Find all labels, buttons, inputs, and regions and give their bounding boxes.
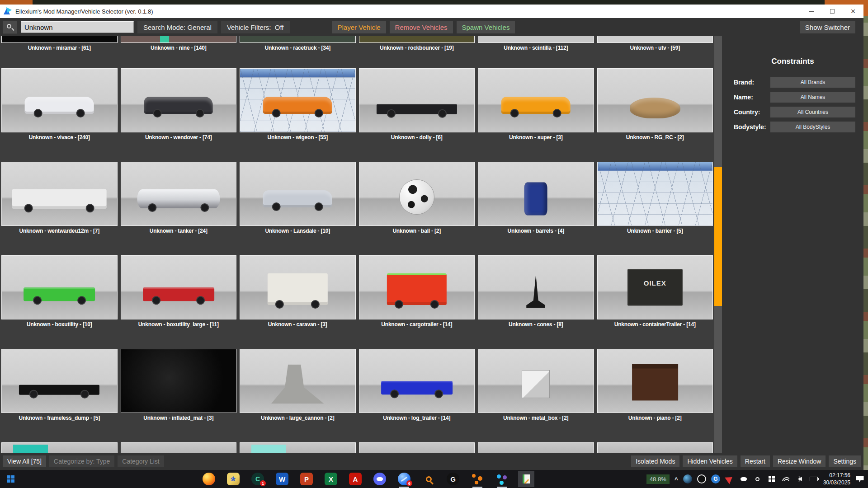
vehicle-card[interactable]: Unknown - barrier - [5] — [597, 162, 713, 235]
vehicle-card[interactable]: Unknown - scintilla - [112] — [478, 36, 594, 52]
discord-icon[interactable] — [373, 473, 386, 485]
battery-icon[interactable] — [809, 474, 818, 483]
tray-chevron-icon[interactable]: ^ — [675, 476, 678, 483]
password-keys-icon[interactable]: ⯫ — [227, 473, 240, 485]
bottom-button[interactable]: Hidden Vehicles — [683, 455, 737, 467]
constraint-value-button[interactable]: All BodyStyles — [770, 122, 855, 132]
vehicle-card[interactable]: Unknown - frameless_dump - [5] — [1, 349, 118, 422]
start-button[interactable] — [0, 470, 22, 488]
vehicle-card[interactable]: Unknown - ball - [2] — [359, 162, 475, 235]
vehicle-card[interactable]: Unknown - cones - [8] — [478, 255, 594, 328]
vehicle-thumb[interactable]: OILEX — [597, 255, 713, 319]
clock-app-icon[interactable] — [697, 474, 706, 483]
vehicle-thumb[interactable] — [1, 162, 118, 226]
constraint-value-button[interactable]: All Names — [770, 92, 855, 103]
notifications-icon[interactable] — [855, 474, 864, 483]
bottom-button[interactable]: View All [75] — [3, 455, 46, 467]
vehicle-thumb-partial[interactable] — [121, 36, 237, 43]
vehicle-card[interactable]: Unknown - wendover - [74] — [121, 68, 237, 141]
vehicle-thumb[interactable] — [240, 162, 356, 226]
vehicle-thumb[interactable] — [597, 349, 713, 413]
vehicle-thumb-partial[interactable] — [1, 442, 118, 453]
usage-percent-badge[interactable]: 48.8% — [646, 474, 670, 484]
vehicle-card[interactable]: Unknown - miramar - [61] — [1, 36, 118, 52]
mail-plane-icon[interactable] — [725, 474, 734, 483]
vehicle-thumb-partial[interactable] — [240, 442, 356, 453]
acrobat-icon[interactable]: A — [349, 473, 362, 485]
vehicle-card[interactable]: Unknown - wentwardeu12m - [7] — [1, 162, 118, 235]
vehicle-card[interactable]: Unknown - utv - [59] — [597, 36, 713, 52]
vehicle-thumb-partial[interactable] — [597, 442, 713, 453]
vehicle-card[interactable] — [359, 442, 475, 453]
vehicle-card[interactable]: Unknown - metal_box - [2] — [478, 349, 594, 422]
vehicle-card[interactable] — [1, 442, 118, 453]
bottom-button[interactable]: Isolated Mods — [631, 455, 679, 467]
bottom-button[interactable]: Settings — [829, 455, 861, 467]
search-orange-icon[interactable] — [422, 473, 435, 485]
vehicle-card[interactable]: Unknown - barrels - [4] — [478, 162, 594, 235]
vehicle-thumb[interactable] — [1, 68, 118, 132]
firefox-blue-icon[interactable]: 6 — [398, 473, 410, 485]
orange-network-icon[interactable] — [471, 473, 484, 485]
vehicle-thumb[interactable] — [597, 68, 713, 132]
vehicle-card[interactable]: Unknown - wigeon - [55] — [240, 68, 356, 141]
vehicle-card[interactable]: Unknown - Lansdale - [10] — [240, 162, 356, 235]
search-button[interactable] — [3, 21, 17, 33]
vehicle-card[interactable]: Unknown - tanker - [24] — [121, 162, 237, 235]
night-light-icon[interactable] — [753, 474, 762, 483]
vehicle-card[interactable]: Unknown - cargotrailer - [14] — [359, 255, 475, 328]
vehicle-thumb[interactable] — [121, 349, 237, 413]
clock[interactable]: 02:17:56 30/03/2025 — [823, 472, 850, 486]
vehicle-thumb[interactable] — [121, 162, 237, 226]
vehicle-card[interactable]: Unknown - vivace - [240] — [1, 68, 118, 141]
spawn-vehicles-button[interactable]: Spawn Vehicles — [457, 21, 515, 33]
player-vehicle-button[interactable]: Player Vehicle — [332, 21, 386, 33]
vehicle-thumb[interactable] — [478, 255, 594, 319]
vehicle-card[interactable] — [597, 442, 713, 453]
vehicle-card[interactable]: Unknown - RG_RC - [2] — [597, 68, 713, 141]
vehicle-thumb[interactable] — [359, 162, 475, 226]
vehicle-card[interactable]: Unknown - caravan - [3] — [240, 255, 356, 328]
discord-tray-icon[interactable] — [739, 474, 748, 483]
minimize-button[interactable] — [801, 5, 822, 18]
show-switcher-button[interactable]: Show Switcher — [800, 21, 855, 33]
constraint-value-button[interactable]: All Countries — [770, 107, 855, 117]
close-button[interactable]: × — [843, 5, 863, 18]
vehicle-thumb[interactable] — [1, 255, 118, 319]
vertical-scrollbar[interactable] — [714, 36, 722, 453]
grammarly-icon[interactable]: G — [711, 474, 720, 483]
vehicle-thumb[interactable] — [359, 255, 475, 319]
vehicle-thumb[interactable] — [121, 255, 237, 319]
vehicle-card[interactable]: Unknown - racetruck - [34] — [240, 36, 356, 52]
vehicle-card[interactable] — [478, 442, 594, 453]
vehicle-thumb[interactable] — [359, 349, 475, 413]
virtual-desktop-icon[interactable] — [767, 474, 776, 483]
vehicle-card[interactable]: Unknown - boxutility - [10] — [1, 255, 118, 328]
powerpoint-icon[interactable]: P — [300, 473, 313, 485]
bottom-button[interactable]: Resize Window — [773, 455, 826, 467]
vehicle-thumb[interactable] — [478, 68, 594, 132]
excel-icon[interactable]: X — [325, 473, 337, 485]
steam-icon[interactable] — [683, 474, 692, 483]
vehicle-thumb[interactable] — [240, 68, 356, 132]
maximize-button[interactable] — [822, 5, 843, 18]
bottom-button[interactable]: Restart — [741, 455, 770, 467]
remove-vehicles-button[interactable]: Remove Vehicles — [390, 21, 453, 33]
volume-icon[interactable] — [795, 474, 804, 483]
scrollbar-thumb[interactable] — [714, 167, 722, 306]
vehicle-card[interactable]: Unknown - inflated_mat - [3] — [121, 349, 237, 422]
circular-app-icon[interactable]: C1 — [251, 473, 264, 485]
vehicle-thumb-partial[interactable] — [240, 36, 356, 43]
vehicle-thumb-partial[interactable] — [1, 36, 118, 43]
search-mode-button[interactable]: Search Mode: General — [137, 21, 217, 33]
vehicle-thumb[interactable] — [597, 162, 713, 226]
vehicle-thumb-partial[interactable] — [121, 442, 237, 453]
wifi-icon[interactable] — [781, 474, 790, 483]
vehicle-card[interactable]: Unknown - boxutility_large - [11] — [121, 255, 237, 328]
vehicle-thumb-partial[interactable] — [597, 36, 713, 43]
blue-network-icon[interactable] — [495, 473, 508, 485]
vehicle-card[interactable]: OILEXUnknown - containerTrailer - [14] — [597, 255, 713, 328]
constraint-value-button[interactable]: All Brands — [770, 77, 855, 88]
vehicle-thumb-partial[interactable] — [478, 442, 594, 453]
firefox-icon[interactable] — [203, 473, 215, 485]
